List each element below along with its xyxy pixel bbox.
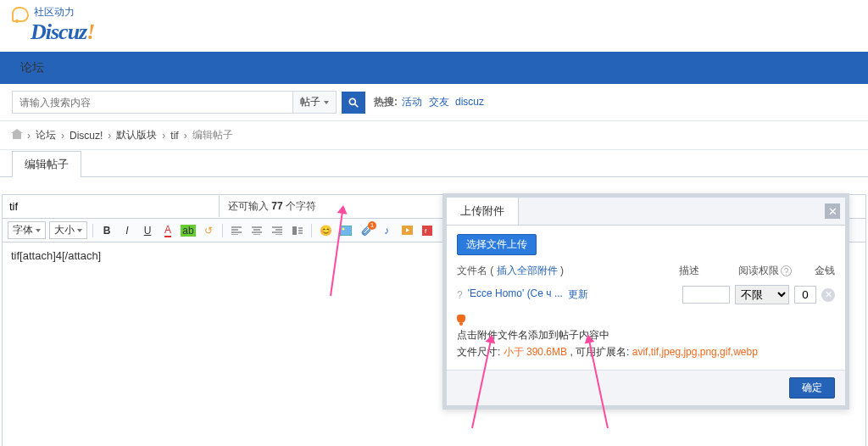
- emoji-button[interactable]: 😊: [317, 223, 334, 238]
- underline-button[interactable]: U: [139, 223, 156, 238]
- video-button[interactable]: [398, 223, 415, 238]
- file-delete-button[interactable]: ✕: [821, 288, 835, 302]
- logo-bubble-icon: [12, 7, 29, 22]
- file-row: ? 'Ecce Homo' (Се ч ... 更新 不限 ✕: [457, 285, 835, 304]
- site-header: 社区动力 Discuz!: [0, 0, 868, 52]
- svg-line-1: [355, 103, 359, 107]
- insert-all-link[interactable]: 插入全部附件: [497, 265, 558, 276]
- attachment-badge: 1: [368, 221, 376, 230]
- file-perm-select[interactable]: 不限: [735, 285, 789, 304]
- upload-dialog: 上传附件 ✕ 选择文件上传 文件名 ( 插入全部附件 ) 描述 阅读权限? 金钱…: [442, 193, 849, 410]
- search-type-select[interactable]: 帖子: [292, 92, 336, 113]
- help-icon[interactable]: ?: [781, 265, 792, 276]
- breadcrumb: › 论坛› Discuz!› 默认版块› tif› 编辑帖子: [0, 121, 868, 150]
- search-button[interactable]: [342, 92, 365, 114]
- choose-file-button[interactable]: 选择文件上传: [457, 234, 537, 255]
- crumb[interactable]: tif: [170, 130, 178, 142]
- font-family-select[interactable]: 字体: [8, 221, 46, 239]
- logo-tagline: 社区动力: [34, 5, 94, 20]
- upload-tips: 点击附件文件名添加到帖子内容中 文件尺寸: 小于 390.6MB , 可用扩展名…: [457, 326, 835, 361]
- post-title-input[interactable]: [3, 196, 220, 217]
- svg-rect-6: [422, 226, 432, 236]
- chevron-down-icon: [324, 101, 329, 104]
- bold-button[interactable]: B: [98, 223, 115, 238]
- page-tabs: 编辑帖子: [0, 150, 868, 177]
- svg-rect-3: [340, 226, 352, 236]
- crumb[interactable]: 论坛: [36, 128, 56, 142]
- site-logo[interactable]: 社区动力 Discuz!: [12, 7, 94, 45]
- bell-icon: [457, 315, 465, 323]
- crumb[interactable]: Discuz!: [70, 130, 103, 142]
- italic-button[interactable]: I: [119, 223, 136, 238]
- file-type-icon: ?: [457, 289, 463, 301]
- dialog-ok-button[interactable]: 确定: [789, 377, 835, 399]
- dialog-close-button[interactable]: ✕: [825, 203, 840, 219]
- logo-text: Discuz!: [31, 20, 94, 45]
- col-filename: 文件名 ( 插入全部附件 ): [457, 264, 679, 278]
- col-desc: 描述: [679, 264, 738, 278]
- svg-point-0: [349, 98, 355, 104]
- hot-link[interactable]: 活动: [402, 96, 422, 108]
- font-size-select[interactable]: 大小: [49, 221, 87, 239]
- svg-rect-2: [292, 226, 297, 235]
- file-update-link[interactable]: 更新: [568, 287, 588, 302]
- font-color-button[interactable]: A: [159, 223, 176, 238]
- align-left-button[interactable]: [228, 223, 245, 238]
- music-button[interactable]: ♪: [378, 223, 395, 238]
- flash-button[interactable]: f: [419, 223, 436, 238]
- crumb[interactable]: 默认版块: [116, 128, 157, 142]
- chevron-down-icon: [36, 229, 41, 232]
- file-desc-input[interactable]: [682, 286, 730, 304]
- dialog-tab-upload[interactable]: 上传附件: [447, 198, 519, 225]
- float-button[interactable]: [289, 223, 306, 238]
- char-remaining: 还可输入 77 个字符: [220, 195, 325, 218]
- tab-edit-post[interactable]: 编辑帖子: [12, 151, 81, 177]
- hot-link[interactable]: 交友: [429, 96, 449, 108]
- search-input[interactable]: [13, 92, 292, 113]
- search-bar: 帖子 热搜: 活动 交友 discuz: [0, 84, 868, 121]
- svg-point-4: [342, 227, 345, 230]
- search-icon: [348, 97, 359, 109]
- crumb-current: 编辑帖子: [192, 128, 233, 142]
- hot-link[interactable]: discuz: [455, 96, 484, 108]
- col-perm: 阅读权限?: [738, 264, 801, 278]
- nav-forum[interactable]: 论坛: [15, 57, 49, 79]
- hot-searches: 热搜: 活动 交友 discuz: [374, 95, 486, 109]
- align-center-button[interactable]: [248, 223, 265, 238]
- home-icon[interactable]: [12, 131, 22, 140]
- file-name-link[interactable]: 'Ecce Homo' (Се ч ...: [468, 287, 563, 302]
- align-right-button[interactable]: [269, 223, 286, 238]
- chevron-down-icon: [77, 229, 82, 232]
- file-money-input[interactable]: [794, 286, 816, 304]
- col-money: 金钱: [801, 264, 835, 278]
- clear-format-button[interactable]: ↺: [200, 223, 217, 238]
- main-nav: 论坛: [0, 52, 868, 84]
- attachment-button[interactable]: 1: [358, 223, 375, 238]
- highlight-button[interactable]: ab: [180, 223, 197, 238]
